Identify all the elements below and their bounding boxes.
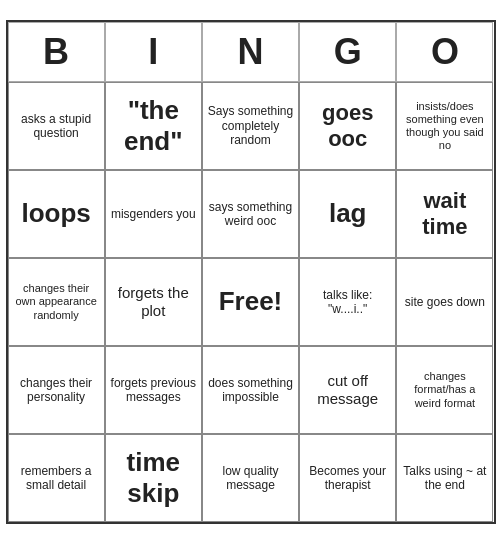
- bingo-cell-21: time skip: [105, 434, 202, 522]
- bingo-cell-8: lag: [299, 170, 396, 258]
- header-letter-B: B: [8, 22, 105, 82]
- cell-text-5: loops: [21, 198, 90, 229]
- bingo-cell-4: insists/does something even though you s…: [396, 82, 493, 170]
- cell-text-10: changes their own appearance randomly: [12, 282, 101, 322]
- cell-text-24: Talks using ~ at the end: [400, 464, 489, 493]
- cell-text-4: insists/does something even though you s…: [400, 100, 489, 153]
- cell-text-23: Becomes your therapist: [303, 464, 392, 493]
- cell-text-1: "the end": [109, 95, 198, 157]
- cell-text-15: changes their personality: [12, 376, 101, 405]
- cell-text-16: forgets previous messages: [109, 376, 198, 405]
- bingo-cell-23: Becomes your therapist: [299, 434, 396, 522]
- bingo-cell-0: asks a stupid question: [8, 82, 105, 170]
- cell-text-7: says something weird ooc: [206, 200, 295, 229]
- bingo-header: BINGO: [8, 22, 494, 82]
- bingo-cell-13: talks like: "w....i..": [299, 258, 396, 346]
- bingo-cell-16: forgets previous messages: [105, 346, 202, 434]
- cell-text-19: changes format/has a weird format: [400, 370, 489, 410]
- cell-text-9: wait time: [400, 188, 489, 241]
- bingo-cell-11: forgets the plot: [105, 258, 202, 346]
- bingo-cell-6: misgenders you: [105, 170, 202, 258]
- bingo-cell-9: wait time: [396, 170, 493, 258]
- header-letter-O: O: [396, 22, 493, 82]
- bingo-cell-3: goes ooc: [299, 82, 396, 170]
- bingo-card: BINGO asks a stupid question"the end"Say…: [6, 20, 496, 524]
- cell-text-8: lag: [329, 198, 367, 229]
- cell-text-3: goes ooc: [303, 100, 392, 153]
- header-letter-N: N: [202, 22, 299, 82]
- bingo-grid: asks a stupid question"the end"Says some…: [8, 82, 494, 522]
- bingo-cell-18: cut off message: [299, 346, 396, 434]
- cell-text-11: forgets the plot: [109, 284, 198, 320]
- bingo-cell-10: changes their own appearance randomly: [8, 258, 105, 346]
- cell-text-14: site goes down: [405, 295, 485, 309]
- cell-text-13: talks like: "w....i..": [303, 288, 392, 317]
- bingo-cell-14: site goes down: [396, 258, 493, 346]
- cell-text-12: Free!: [219, 286, 283, 317]
- bingo-cell-19: changes format/has a weird format: [396, 346, 493, 434]
- bingo-cell-5: loops: [8, 170, 105, 258]
- cell-text-17: does something impossible: [206, 376, 295, 405]
- bingo-cell-15: changes their personality: [8, 346, 105, 434]
- bingo-cell-1: "the end": [105, 82, 202, 170]
- bingo-cell-17: does something impossible: [202, 346, 299, 434]
- bingo-cell-20: remembers a small detail: [8, 434, 105, 522]
- header-letter-G: G: [299, 22, 396, 82]
- header-letter-I: I: [105, 22, 202, 82]
- bingo-cell-2: Says something completely random: [202, 82, 299, 170]
- cell-text-6: misgenders you: [111, 207, 196, 221]
- bingo-cell-24: Talks using ~ at the end: [396, 434, 493, 522]
- cell-text-18: cut off message: [303, 372, 392, 408]
- cell-text-22: low quality message: [206, 464, 295, 493]
- cell-text-2: Says something completely random: [206, 104, 295, 147]
- bingo-cell-7: says something weird ooc: [202, 170, 299, 258]
- bingo-cell-12: Free!: [202, 258, 299, 346]
- cell-text-21: time skip: [109, 447, 198, 509]
- bingo-cell-22: low quality message: [202, 434, 299, 522]
- cell-text-0: asks a stupid question: [12, 112, 101, 141]
- cell-text-20: remembers a small detail: [12, 464, 101, 493]
